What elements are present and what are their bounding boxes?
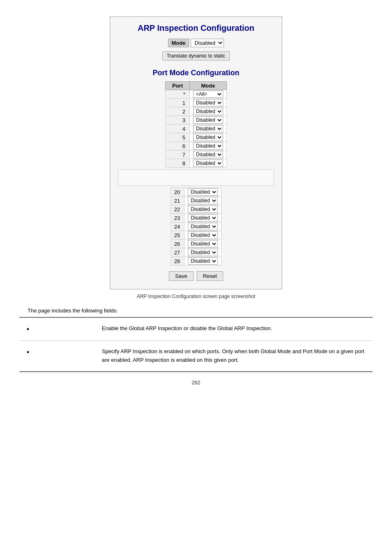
mode-select-cell: DisabledEnabled xyxy=(190,142,227,150)
mode-select-cell: DisabledEnabled xyxy=(184,257,221,266)
bullet-cell: • xyxy=(19,317,37,341)
port-mode-select[interactable]: DisabledEnabled xyxy=(188,223,218,230)
port-mode-title: Port Mode Configuration xyxy=(153,69,240,77)
list-item: •Specify ARP Inspection is enabled on wh… xyxy=(19,341,373,372)
mode-select-cell: DisabledEnabled xyxy=(184,248,221,257)
table-row: 26DisabledEnabled xyxy=(171,240,221,248)
table-row: *<All>DisabledEnabled xyxy=(166,90,227,99)
mode-label: Mode xyxy=(168,39,189,47)
mode-select-cell: <All>DisabledEnabled xyxy=(190,90,227,99)
port-number-cell: * xyxy=(166,90,190,99)
mode-select[interactable]: Disabled Enabled xyxy=(191,39,224,47)
port-mode-table-lower: 20DisabledEnabled21DisabledEnabled22Disa… xyxy=(171,187,221,266)
mode-select-cell: DisabledEnabled xyxy=(190,150,227,159)
mode-col-header: Mode xyxy=(190,82,227,90)
translate-dynamic-static-button[interactable]: Translate dynamic to static xyxy=(162,51,230,60)
port-mode-select[interactable]: DisabledEnabled xyxy=(193,134,223,141)
port-number-cell: 21 xyxy=(171,197,184,205)
port-number-cell: 5 xyxy=(166,133,190,142)
port-number-cell: 22 xyxy=(171,205,184,214)
port-mode-select[interactable]: DisabledEnabled xyxy=(188,231,218,239)
table-row: 2DisabledEnabled xyxy=(166,107,227,116)
mode-select-cell: DisabledEnabled xyxy=(184,240,221,248)
page-wrapper: ARP Inspection Configuration Mode Disabl… xyxy=(8,16,384,386)
save-button[interactable]: Save xyxy=(169,271,194,281)
bullet-cell: • xyxy=(19,341,37,372)
screenshot-caption: ARP Inspection Configuration screen page… xyxy=(137,294,256,299)
port-mode-select[interactable]: DisabledEnabled xyxy=(188,214,218,222)
port-mode-select[interactable]: DisabledEnabled xyxy=(193,99,223,106)
arp-title: ARP Inspection Configuration xyxy=(138,23,254,33)
table-row: 7DisabledEnabled xyxy=(166,150,227,159)
table-row: 27DisabledEnabled xyxy=(171,248,221,257)
port-number-cell: 24 xyxy=(171,222,184,231)
port-number-cell: 8 xyxy=(166,159,190,168)
port-mode-select[interactable]: DisabledEnabled xyxy=(188,257,218,265)
port-number-cell: 4 xyxy=(166,125,190,133)
field-label-cell xyxy=(37,317,97,341)
fields-intro: The page includes the following fields: xyxy=(28,308,381,314)
port-mode-table: Port Mode *<All>DisabledEnabled1Disabled… xyxy=(165,81,227,168)
table-row: 24DisabledEnabled xyxy=(171,222,221,231)
port-number-cell: 6 xyxy=(166,142,190,150)
port-mode-select[interactable]: DisabledEnabled xyxy=(193,142,223,150)
mode-select-cell: DisabledEnabled xyxy=(190,159,227,168)
field-description-cell: Enable the Global ARP Inspection or disa… xyxy=(97,317,373,341)
fields-table: •Enable the Global ARP Inspection or dis… xyxy=(19,317,373,372)
port-number-cell: 20 xyxy=(171,188,184,197)
page-number: 282 xyxy=(191,379,201,386)
table-row: 25DisabledEnabled xyxy=(171,231,221,240)
port-number-cell: 27 xyxy=(171,248,184,257)
table-row: 1DisabledEnabled xyxy=(166,99,227,107)
mode-select-cell: DisabledEnabled xyxy=(184,205,221,214)
table-row: 3DisabledEnabled xyxy=(166,116,227,125)
port-mode-select[interactable]: DisabledEnabled xyxy=(193,151,223,158)
port-mode-select[interactable]: DisabledEnabled xyxy=(193,125,223,132)
table-row: 5DisabledEnabled xyxy=(166,133,227,142)
mode-select-cell: DisabledEnabled xyxy=(190,133,227,142)
mode-select-cell: DisabledEnabled xyxy=(190,116,227,125)
mode-select-cell: DisabledEnabled xyxy=(190,125,227,133)
field-description-cell: Specify ARP Inspection is enabled on whi… xyxy=(97,341,373,372)
port-number-cell: 28 xyxy=(171,257,184,266)
port-mode-select[interactable]: DisabledEnabled xyxy=(193,160,223,167)
port-mode-select[interactable]: DisabledEnabled xyxy=(188,240,218,247)
mode-select-cell: DisabledEnabled xyxy=(190,99,227,107)
mode-select-cell: DisabledEnabled xyxy=(184,214,221,222)
field-label-cell xyxy=(37,341,97,372)
port-mode-select[interactable]: DisabledEnabled xyxy=(188,197,218,204)
mode-select-cell: DisabledEnabled xyxy=(190,107,227,116)
port-number-cell: 25 xyxy=(171,231,184,240)
mode-select-cell: DisabledEnabled xyxy=(184,222,221,231)
port-number-cell: 23 xyxy=(171,214,184,222)
mode-row: Mode Disabled Enabled xyxy=(168,39,224,47)
list-item: •Enable the Global ARP Inspection or dis… xyxy=(19,317,373,341)
reset-button[interactable]: Reset xyxy=(197,271,223,281)
save-reset-row: Save Reset xyxy=(169,271,223,281)
table-row: 21DisabledEnabled xyxy=(171,197,221,205)
port-number-cell: 1 xyxy=(166,99,190,107)
mode-select-cell: DisabledEnabled xyxy=(184,188,221,197)
port-col-header: Port xyxy=(166,82,190,90)
table-row: 6DisabledEnabled xyxy=(166,142,227,150)
port-mode-select[interactable]: DisabledEnabled xyxy=(193,108,223,115)
table-row: 8DisabledEnabled xyxy=(166,159,227,168)
table-row: 22DisabledEnabled xyxy=(171,205,221,214)
config-box: ARP Inspection Configuration Mode Disabl… xyxy=(110,16,282,289)
port-mode-select[interactable]: DisabledEnabled xyxy=(188,249,218,256)
port-mode-select[interactable]: <All>DisabledEnabled xyxy=(193,90,223,98)
table-row: 4DisabledEnabled xyxy=(166,125,227,133)
mode-select-cell: DisabledEnabled xyxy=(184,231,221,240)
mode-select-cell: DisabledEnabled xyxy=(184,197,221,205)
table-row: 28DisabledEnabled xyxy=(171,257,221,266)
table-row: 20DisabledEnabled xyxy=(171,188,221,197)
port-mode-select[interactable]: DisabledEnabled xyxy=(188,206,218,213)
table-row: 23DisabledEnabled xyxy=(171,214,221,222)
port-number-cell: 2 xyxy=(166,107,190,116)
port-number-cell: 7 xyxy=(166,150,190,159)
port-number-cell: 26 xyxy=(171,240,184,248)
port-mode-select[interactable]: DisabledEnabled xyxy=(193,116,223,124)
gap-area xyxy=(118,169,274,186)
port-number-cell: 3 xyxy=(166,116,190,125)
port-mode-select[interactable]: DisabledEnabled xyxy=(188,188,218,196)
